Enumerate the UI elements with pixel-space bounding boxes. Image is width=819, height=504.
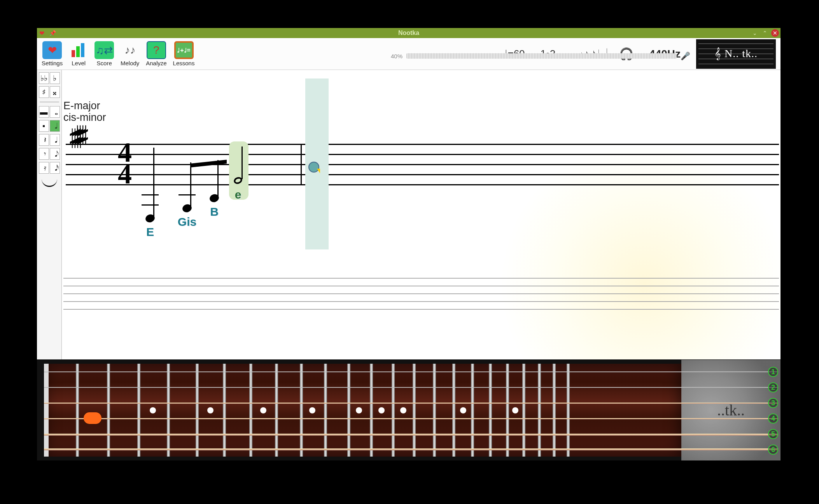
- note-gis[interactable]: Gis: [182, 204, 192, 212]
- fret[interactable]: [433, 364, 436, 457]
- fret[interactable]: [324, 364, 327, 457]
- score-area[interactable]: E-major cis-minor ♯♯♯♯ 4 4: [62, 70, 780, 359]
- minimize-button[interactable]: ⌄: [751, 29, 759, 37]
- melody-label: Melody: [121, 60, 139, 66]
- double-flat-button[interactable]: ♭♭: [39, 72, 49, 84]
- note-palette: ♭♭ ♭ ♯ 𝄪 ▬ 𝅝 ▪ 𝅗𝅥 𝄽 𝅘𝅥 𝄾 𝅘: [37, 70, 62, 359]
- fret[interactable]: [167, 364, 170, 457]
- main-staff[interactable]: ♯♯♯♯ 4 4 E: [62, 140, 780, 218]
- fret[interactable]: [76, 364, 79, 457]
- level-button[interactable]: Level: [66, 40, 91, 67]
- fret[interactable]: [489, 364, 492, 457]
- sixteenth-note-button[interactable]: 𝅘𝅥𝅯: [50, 162, 60, 174]
- string-number[interactable]: 2: [768, 382, 778, 392]
- string-number[interactable]: 6: [768, 445, 778, 455]
- fret[interactable]: [196, 364, 199, 457]
- eighth-note-button[interactable]: 𝅘𝅥𝅮: [50, 148, 60, 160]
- fret[interactable]: [413, 364, 416, 457]
- note-label: Gis: [178, 215, 196, 228]
- maximize-button[interactable]: ⌃: [761, 29, 769, 37]
- svg-rect-0: [72, 50, 75, 57]
- note-e-high[interactable]: e: [234, 177, 242, 184]
- app-heart-icon: ❤: [39, 30, 47, 37]
- fret[interactable]: [392, 364, 395, 457]
- main-toolbar: ❤ Settings Level ♫⇄ Score ♪♪ Melody ? An…: [37, 38, 780, 70]
- fret[interactable]: [506, 364, 509, 457]
- string-number[interactable]: 3: [768, 398, 778, 408]
- volume-track[interactable]: [406, 53, 677, 59]
- staff-line: [66, 184, 779, 185]
- guitar-string[interactable]: [44, 448, 778, 450]
- fret[interactable]: [538, 364, 541, 457]
- fret[interactable]: [567, 364, 570, 457]
- note-label: B: [210, 205, 219, 218]
- settings-label: Settings: [42, 60, 63, 66]
- microphone-icon[interactable]: 🎤: [681, 51, 690, 61]
- score-button[interactable]: ♫⇄ Score: [91, 40, 117, 67]
- note-e-low[interactable]: E: [145, 215, 155, 222]
- tie-button[interactable]: [42, 179, 57, 187]
- fret[interactable]: [347, 364, 350, 457]
- note-b[interactable]: B: [210, 194, 219, 202]
- sharp-button[interactable]: ♯: [39, 86, 49, 98]
- svg-rect-2: [81, 43, 84, 57]
- score-icon: ♫⇄: [94, 41, 114, 59]
- key-major-label: E-major: [63, 100, 106, 112]
- guitar-string[interactable]: [44, 387, 778, 388]
- fret[interactable]: [300, 364, 303, 457]
- fret[interactable]: [107, 364, 110, 457]
- string-number[interactable]: 4: [768, 413, 778, 424]
- fret[interactable]: [137, 364, 140, 457]
- fret[interactable]: [223, 364, 226, 457]
- string-number[interactable]: 1: [768, 367, 778, 377]
- volume-meter[interactable]: 40% 🎤: [391, 51, 690, 61]
- fret[interactable]: [471, 364, 474, 457]
- flat-button[interactable]: ♭: [50, 72, 60, 84]
- double-sharp-button[interactable]: 𝄪: [50, 86, 60, 98]
- settings-button[interactable]: ❤ Settings: [38, 40, 66, 67]
- app-window: ❤ 📌 Nootka ⌄ ⌃ ✕ ❤ Settings Level ♫⇄ Sco…: [37, 28, 780, 460]
- fret[interactable]: [553, 364, 556, 457]
- volume-percent: 40%: [391, 53, 402, 59]
- fret-marker-dot: [400, 407, 406, 413]
- fret[interactable]: [522, 364, 525, 457]
- insertion-cursor-icon: [308, 162, 319, 173]
- half-note-button[interactable]: 𝅗𝅥: [50, 120, 60, 132]
- half-rest-button[interactable]: ▪: [39, 120, 49, 132]
- quarter-note-button[interactable]: 𝅘𝅥: [50, 134, 60, 146]
- guitar-string[interactable]: [44, 434, 778, 436]
- sixteenth-rest-button[interactable]: 𝄿: [39, 162, 49, 174]
- time-signature: 4 4: [118, 141, 132, 185]
- fret[interactable]: [249, 364, 252, 457]
- eighth-rest-button[interactable]: 𝄾: [39, 148, 49, 160]
- fret[interactable]: [370, 364, 373, 457]
- lessons-label: Lessons: [173, 60, 195, 66]
- close-button[interactable]: ✕: [771, 29, 779, 37]
- note-beam: [190, 160, 227, 167]
- melody-button[interactable]: ♪♪ Melody: [117, 40, 143, 67]
- fret[interactable]: [275, 364, 278, 457]
- finger-position[interactable]: [84, 412, 102, 424]
- whole-note-button[interactable]: 𝅝: [50, 106, 60, 118]
- level-label: Level: [72, 60, 86, 66]
- fret[interactable]: [452, 364, 455, 457]
- analyze-button[interactable]: ? Analyze: [143, 40, 170, 67]
- string-number[interactable]: 5: [768, 429, 778, 439]
- analyze-label: Analyze: [146, 60, 166, 66]
- pin-icon[interactable]: 📌: [49, 30, 56, 36]
- analyze-chart-icon: ?: [147, 41, 166, 59]
- logo-text: 𝄞 N.. tk..: [714, 47, 758, 60]
- lessons-button[interactable]: ♩+♩= Lessons: [170, 40, 198, 67]
- staff-line: [66, 154, 779, 155]
- melody-notes-icon: ♪♪: [120, 41, 140, 59]
- note-label: E: [146, 225, 154, 239]
- guitar-string[interactable]: [44, 403, 778, 404]
- note-label: e: [235, 188, 242, 201]
- level-bars-icon: [69, 41, 88, 59]
- guitar-fretboard[interactable]: ..tk..: [37, 359, 780, 460]
- quarter-rest-button[interactable]: 𝄽: [39, 134, 49, 146]
- guitar-string[interactable]: [44, 418, 778, 419]
- fret-marker-dot: [207, 407, 214, 413]
- guitar-string[interactable]: [44, 371, 778, 372]
- whole-rest-button[interactable]: ▬: [39, 106, 49, 118]
